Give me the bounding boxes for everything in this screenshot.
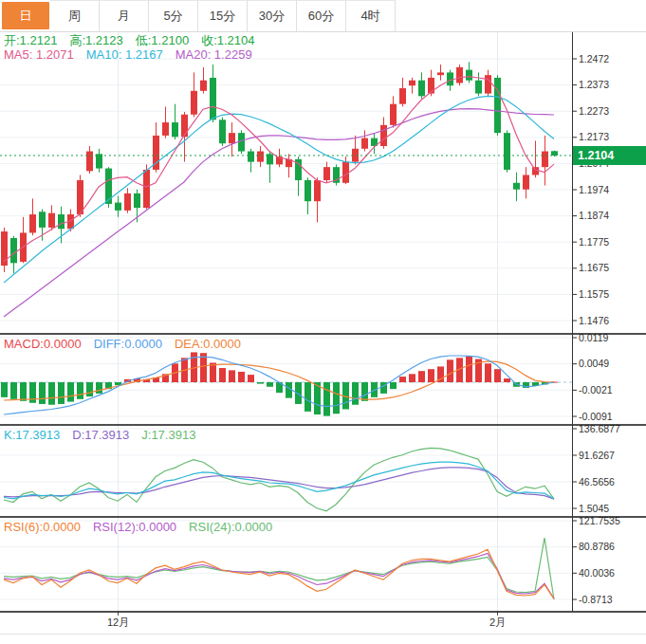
tab-day[interactable]: 日 — [2, 2, 49, 29]
candle-body — [390, 104, 397, 125]
legend-rsi12: RSI(12):0.0000 — [93, 520, 176, 534]
macd-hist-bar — [229, 370, 235, 382]
axis-label: -0.8713 — [579, 594, 613, 605]
candle-body — [200, 81, 207, 91]
axis-label: 1.1775 — [579, 236, 609, 248]
macd-hist-bar — [39, 382, 46, 404]
tab-4hour[interactable]: 4时 — [346, 0, 396, 31]
month-label: 12月 — [107, 616, 129, 628]
candle-body — [494, 78, 501, 133]
legend-rsi24: RSI(24):0.0000 — [189, 520, 272, 534]
axis-label: 1.5045 — [579, 503, 609, 514]
kdj-legend: K:17.3913D:17.3913J:17.3913 — [4, 428, 195, 442]
candle-body — [305, 180, 311, 201]
legend-low: 低:1.2100 — [136, 33, 189, 47]
candle-body — [342, 162, 349, 183]
candle-body — [323, 167, 330, 180]
macd-hist-bar — [58, 382, 65, 404]
axis-label: 1.1476 — [579, 315, 609, 326]
candle-body — [39, 212, 46, 228]
axis-label: 46.5656 — [579, 476, 615, 488]
macd-hist-bar — [219, 368, 226, 382]
chart-canvas[interactable]: 1.24721.23731.22731.21731.20741.19741.18… — [0, 0, 646, 644]
ohlc-legend: 开:1.2121高:1.2123低:1.2100收:1.2104 — [4, 33, 255, 47]
axis-label: -0.0091 — [579, 411, 613, 422]
macd-hist-bar — [86, 382, 93, 396]
candle-body — [238, 133, 245, 151]
candle-body — [162, 122, 169, 136]
tab-month[interactable]: 月 — [100, 0, 149, 31]
ma-legend: MA5: 1.2071MA10: 1.2167MA20: 1.2259 — [4, 47, 252, 62]
tab-5min[interactable]: 5分 — [149, 0, 198, 31]
axis-label: 1.1675 — [579, 262, 609, 273]
macd-hist-bar — [323, 382, 330, 416]
macd-hist-bar — [409, 374, 415, 382]
macd-hist-bar — [10, 382, 17, 399]
legend-dea: DEA:0.0000 — [175, 337, 241, 351]
timeframe-tabbar: 日周月5分15分30分60分4时 — [0, 0, 646, 32]
tab-30min[interactable]: 30分 — [248, 0, 297, 31]
candle-body — [248, 152, 254, 162]
macd-hist-bar — [418, 371, 425, 382]
axis-label: 1.1974 — [579, 184, 609, 195]
axis-label: 0.0049 — [579, 358, 609, 369]
macd-hist-bar — [48, 382, 55, 405]
legend-d: D:17.3913 — [72, 428, 129, 442]
legend-open: 开:1.2121 — [4, 33, 57, 47]
candle-body — [1, 231, 8, 266]
macd-hist-bar — [447, 359, 453, 382]
legend-ma20: MA20: 1.2259 — [175, 47, 252, 62]
candle-body — [399, 88, 406, 104]
candle-body — [513, 183, 520, 190]
candle-body — [96, 154, 102, 168]
ma20-line — [4, 109, 554, 317]
macd-hist-bar — [504, 378, 510, 382]
macd-hist-bar — [305, 382, 311, 412]
legend-ma10: MA10: 1.2167 — [86, 47, 163, 62]
axis-label: 40.0036 — [579, 567, 615, 579]
j-line — [4, 448, 554, 511]
macd-hist-bar — [96, 382, 102, 394]
current-price-label: 1.2104 — [578, 149, 614, 162]
macd-hist-bar — [333, 382, 340, 414]
legend-ma5: MA5: 1.2071 — [4, 47, 74, 62]
axis-label: 91.6267 — [579, 450, 615, 461]
macd-hist-bar — [361, 382, 368, 401]
macd-hist-bar — [267, 382, 273, 387]
legend-close: 收:1.2104 — [201, 33, 254, 47]
candle-body — [380, 125, 387, 146]
candle-body — [257, 152, 264, 162]
macd-hist-bar — [399, 377, 406, 382]
candle-body — [456, 67, 463, 83]
candle-body — [134, 193, 140, 208]
candle-body — [77, 180, 83, 214]
macd-hist-bar — [248, 375, 254, 382]
tab-week[interactable]: 周 — [50, 0, 100, 31]
candle-body — [181, 115, 188, 138]
legend-j: J:17.3913 — [141, 428, 195, 442]
candle-body — [115, 203, 121, 211]
rsi-legend: RSI(6):0.0000RSI(12):0.0000RSI(24):0.000… — [4, 520, 272, 534]
tab-60min[interactable]: 60分 — [297, 0, 346, 31]
macd-hist-bar — [77, 382, 83, 399]
candle-body — [428, 78, 434, 94]
legend-k: K:17.3913 — [4, 428, 60, 442]
macd-hist-bar — [485, 363, 491, 382]
candle-body — [143, 170, 150, 208]
macd-hist-bar — [352, 382, 359, 405]
candle-body — [86, 152, 93, 172]
candle-body — [485, 75, 491, 93]
candle-body — [475, 81, 482, 94]
candle-body — [418, 81, 425, 97]
candle-body — [229, 133, 235, 143]
candle-body — [58, 214, 65, 229]
candle-body — [219, 120, 226, 143]
legend-high: 高:1.2123 — [69, 33, 122, 47]
macd-hist-bar — [1, 382, 8, 397]
macd-hist-bar — [20, 382, 27, 401]
tab-15min[interactable]: 15分 — [198, 0, 248, 31]
macd-hist-bar — [390, 382, 397, 389]
axis-label: 80.8786 — [579, 541, 615, 552]
candle-body — [523, 175, 529, 189]
candle-body — [29, 214, 36, 232]
